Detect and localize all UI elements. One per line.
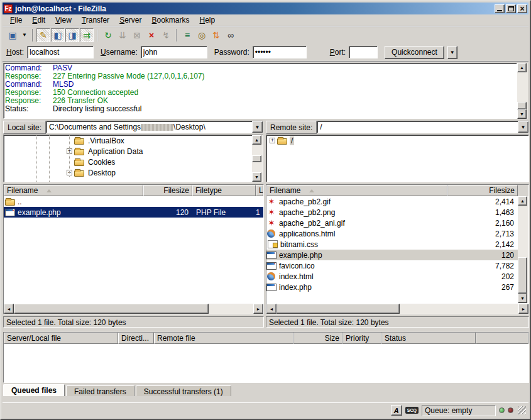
scroll-down-icon[interactable]: ▼ bbox=[517, 109, 527, 119]
tree-item-cookies[interactable]: Cookies bbox=[4, 157, 263, 167]
menu-edit[interactable]: Edit bbox=[27, 14, 50, 26]
local-site-dropdown-icon[interactable]: ▼ bbox=[252, 121, 263, 133]
scroll-right-icon[interactable]: ► bbox=[253, 304, 263, 314]
port-input[interactable] bbox=[349, 46, 378, 58]
scroll-up-icon[interactable]: ▲ bbox=[252, 135, 261, 145]
remote-list-hscrollbar[interactable]: ◄ ► bbox=[266, 304, 528, 314]
tree-item-desktop[interactable]: − Desktop bbox=[4, 167, 263, 178]
tree-item-root[interactable]: + / bbox=[266, 135, 528, 146]
log-scrollbar[interactable]: ▲ ▼ bbox=[517, 63, 528, 119]
find-files-icon[interactable]: ∞ bbox=[224, 28, 238, 42]
username-input[interactable] bbox=[141, 46, 207, 58]
queue-status: Queue: empty bbox=[422, 405, 496, 416]
remote-file-row[interactable]: index.php 267 bbox=[266, 282, 518, 292]
password-input[interactable] bbox=[253, 46, 307, 58]
close-button[interactable]: × bbox=[517, 4, 527, 13]
remote-file-row[interactable]: ✶ apache_pb2.png 1,463 bbox=[266, 207, 518, 218]
directory-filters-icon[interactable]: ≡ bbox=[180, 28, 194, 42]
scroll-left-icon[interactable]: ◄ bbox=[4, 304, 14, 314]
tab-queued-files[interactable]: Queued files bbox=[3, 384, 65, 396]
refresh-icon[interactable]: ↻ bbox=[101, 28, 115, 42]
local-site-combo[interactable]: C:\Documents and Settings\Desktop\ ▼ bbox=[46, 121, 263, 133]
toggle-transfer-queue-icon[interactable]: ⇉ bbox=[80, 28, 94, 42]
queue-col-direction[interactable]: Directi... bbox=[118, 333, 154, 344]
queue-col-priority[interactable]: Priority bbox=[342, 333, 381, 344]
site-manager-dropdown-icon[interactable]: ▼ bbox=[20, 28, 29, 42]
queue-col-filler bbox=[476, 333, 528, 344]
scroll-up-icon[interactable]: ▲ bbox=[517, 63, 527, 72]
queue-col-remote-file[interactable]: Remote file bbox=[154, 333, 293, 344]
menu-server[interactable]: Server bbox=[114, 14, 146, 26]
site-manager-icon[interactable]: ▣ bbox=[6, 28, 19, 42]
menu-bookmarks[interactable]: Bookmarks bbox=[146, 14, 194, 26]
local-tree-scrollbar[interactable]: ▲ ▼ bbox=[252, 135, 263, 182]
scroll-down-icon[interactable]: ▼ bbox=[518, 294, 527, 303]
queue-col-server-local-file[interactable]: Server/Local file bbox=[4, 333, 118, 344]
queue-col-size[interactable]: Size bbox=[293, 333, 342, 344]
local-col-filesize[interactable]: Filesize bbox=[143, 185, 192, 196]
toggle-remote-tree-icon[interactable]: ◨ bbox=[65, 28, 79, 42]
minimize-button[interactable] bbox=[495, 4, 505, 13]
remote-file-row[interactable]: ✶ apache_pb2_ani.gif 2,160 bbox=[266, 218, 518, 228]
tree-item-label: Desktop bbox=[87, 169, 117, 177]
remote-site-dropdown-icon[interactable]: ▼ bbox=[518, 121, 528, 133]
toggle-local-tree-icon[interactable]: ◧ bbox=[51, 28, 65, 42]
local-col-last-modified[interactable]: L bbox=[256, 185, 263, 196]
remote-file-row-selected[interactable]: example.php 120 bbox=[266, 250, 518, 260]
quickconnect-dropdown-icon[interactable]: ▼ bbox=[447, 46, 457, 59]
menu-view[interactable]: View bbox=[50, 14, 77, 26]
column-label: Filename bbox=[270, 186, 300, 195]
scroll-right-icon[interactable]: ► bbox=[518, 304, 528, 314]
local-file-row-example-php[interactable]: example.php 120 PHP File 1 bbox=[4, 207, 263, 218]
scroll-down-icon[interactable]: ▼ bbox=[252, 172, 261, 182]
column-label: L bbox=[259, 186, 263, 195]
tree-item-application-data[interactable]: + Application Data bbox=[4, 146, 263, 157]
directory-comparison-icon[interactable]: ◎ bbox=[195, 28, 209, 42]
transfer-type-ascii-icon[interactable]: A bbox=[391, 405, 402, 416]
local-file-row-parent[interactable]: .. bbox=[4, 196, 263, 207]
remote-list-vscrollbar[interactable]: ▲ ▼ bbox=[518, 196, 528, 303]
local-col-filetype[interactable]: Filetype bbox=[192, 185, 256, 196]
remote-site-combo[interactable]: / ▼ bbox=[317, 121, 529, 133]
resize-grip[interactable] bbox=[518, 406, 526, 414]
scroll-thumb[interactable] bbox=[276, 304, 400, 314]
scroll-thumb[interactable] bbox=[14, 304, 209, 314]
file-name: apache_pb2.png bbox=[279, 208, 459, 217]
scroll-up-icon[interactable]: ▲ bbox=[518, 196, 527, 206]
remote-file-row[interactable]: favicon.ico 7,782 bbox=[266, 260, 518, 271]
file-name: index.php bbox=[279, 283, 459, 292]
queue-col-status[interactable]: Status bbox=[381, 333, 476, 344]
menu-help[interactable]: Help bbox=[195, 14, 221, 26]
remote-col-filename[interactable]: Filename bbox=[266, 185, 447, 196]
quickconnect-button[interactable]: Quickconnect bbox=[385, 46, 444, 59]
local-list-hscrollbar[interactable]: ◄ ► bbox=[4, 304, 263, 314]
scroll-left-icon[interactable]: ◄ bbox=[266, 304, 276, 314]
scroll-thumb[interactable] bbox=[518, 257, 527, 294]
activity-led-green-icon bbox=[499, 407, 505, 413]
remote-file-row[interactable]: bitnami.css 2,142 bbox=[266, 239, 518, 250]
menu-transfer[interactable]: Transfer bbox=[77, 14, 114, 26]
local-col-filename[interactable]: Filename bbox=[4, 185, 143, 196]
tree-item-label: Cookies bbox=[87, 158, 116, 167]
transfer-queue: Server/Local file Directi... Remote file… bbox=[3, 332, 529, 383]
expand-plus-icon[interactable]: + bbox=[270, 138, 275, 143]
remote-col-filesize[interactable]: Filesize bbox=[447, 185, 518, 196]
synchronized-browsing-icon[interactable]: ⇅ bbox=[209, 28, 223, 42]
speed-limits-icon[interactable]: SCQ bbox=[405, 407, 419, 414]
menu-file[interactable]: File bbox=[5, 14, 27, 26]
scroll-thumb[interactable] bbox=[252, 155, 261, 162]
tree-item-virtualbox[interactable]: .VirtualBox bbox=[4, 135, 263, 146]
remote-file-row[interactable]: index.html 202 bbox=[266, 271, 518, 282]
disconnect-icon[interactable]: × bbox=[145, 28, 158, 42]
maximize-button[interactable] bbox=[506, 4, 516, 13]
column-label: Status bbox=[385, 334, 406, 343]
image-file-icon: ✶ bbox=[266, 208, 276, 216]
local-path-prefix: C:\Documents and Settings bbox=[49, 123, 141, 131]
remote-file-row[interactable]: ✶ apache_pb2.gif 2,414 bbox=[266, 196, 518, 207]
scroll-thumb[interactable] bbox=[517, 102, 527, 109]
host-input[interactable] bbox=[27, 46, 94, 58]
tab-successful-transfers[interactable]: Successful transfers (1) bbox=[136, 385, 231, 396]
tab-failed-transfers[interactable]: Failed transfers bbox=[66, 385, 134, 396]
toggle-message-log-icon[interactable]: ✎ bbox=[36, 28, 50, 42]
remote-file-row[interactable]: applications.html 2,713 bbox=[266, 228, 518, 239]
